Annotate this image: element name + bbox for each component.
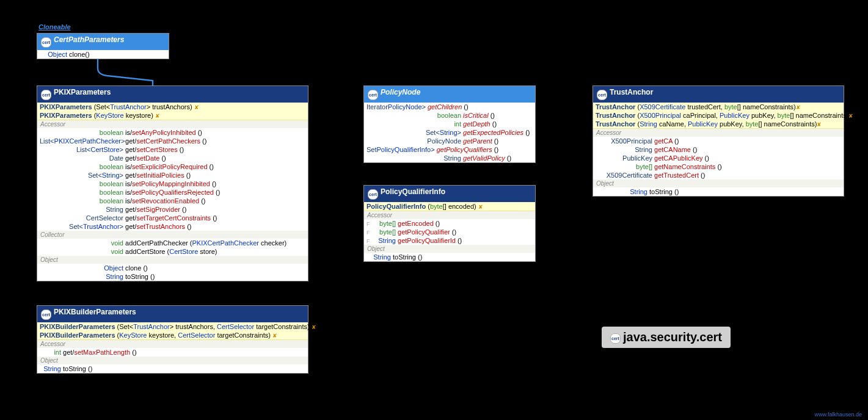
cert-icon: cert <box>41 310 51 320</box>
section-collector: Collector <box>37 231 308 239</box>
package-label: certjava.security.cert <box>602 327 731 348</box>
section-object: Object <box>364 245 535 253</box>
class-title: PolicyNode <box>381 88 420 96</box>
section-accessor: Accessor <box>37 340 308 348</box>
credit: www.falkhausen.de <box>814 411 862 418</box>
cert-icon: cert <box>368 189 378 200</box>
class-title: PKIXParameters <box>54 88 111 96</box>
cert-icon: cert <box>41 37 51 48</box>
class-title: PKIXBuilderParameters <box>54 308 136 316</box>
section-object: Object <box>37 256 308 264</box>
cert-icon: cert <box>368 90 378 100</box>
cert-icon: cert <box>41 90 51 100</box>
cloneable-label: Cloneable <box>38 23 71 31</box>
class-policyqualifierinfo: certPolicyQualifierInfo PolicyQualifierI… <box>363 185 536 262</box>
class-pkixparameters: certPKIXParameters PKIXParameters (Set<T… <box>37 85 308 281</box>
section-accessor: Accessor <box>593 129 844 137</box>
section-object: Object <box>37 357 308 364</box>
class-certpathparameters: certCertPathParameters Object clone() <box>37 33 169 59</box>
section-object: Object <box>593 179 844 187</box>
class-trustanchor: certTrustAnchor TrustAnchor (X509Certifi… <box>593 85 844 197</box>
class-title: TrustAnchor <box>610 88 653 96</box>
class-pkixbuilderparameters: certPKIXBuilderParameters PKIXBuilderPar… <box>37 305 308 374</box>
cert-icon: cert <box>610 333 621 344</box>
class-title: PolicyQualifierInfo <box>381 187 445 196</box>
section-accessor: Accessor <box>364 211 535 219</box>
class-title: CertPathParameters <box>54 35 124 44</box>
class-policynode: certPolicyNode IteratorPolicyNode> getCh… <box>363 85 536 163</box>
cert-icon: cert <box>597 90 607 100</box>
section-accessor: Accessor <box>37 120 308 128</box>
